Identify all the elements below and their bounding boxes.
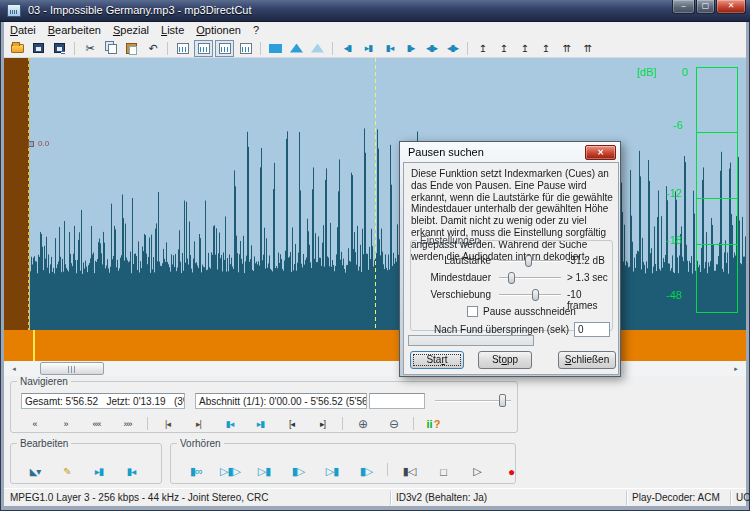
cue-left-button[interactable]: ◂▮ bbox=[338, 40, 357, 57]
main-toolbar: ✂↶◂▮▸▮▮◂▮▸◂▮▸◂▮▸↥↥↥↥⇈⇈ bbox=[4, 39, 746, 58]
skip-to-start-button[interactable]: ▮◁ bbox=[393, 463, 425, 480]
offset-slider-thumb[interactable] bbox=[532, 289, 539, 301]
skip-input[interactable]: 0 bbox=[574, 322, 610, 337]
slider-thumb[interactable] bbox=[499, 394, 506, 407]
question-icon: ? bbox=[434, 418, 441, 430]
wave-view-2-button[interactable] bbox=[194, 40, 213, 57]
duration-slider[interactable] bbox=[499, 277, 561, 279]
stop-button[interactable]: □ bbox=[427, 463, 459, 480]
next-cue-button[interactable]: ▸▮ bbox=[247, 415, 274, 432]
start-button[interactable]: Start bbox=[410, 351, 464, 369]
record-button[interactable]: ● bbox=[495, 463, 527, 480]
play-around-cut-button[interactable]: ▷▮▷ bbox=[214, 463, 246, 480]
overview-position-marker[interactable] bbox=[33, 330, 35, 361]
vu-bars-icon: ii bbox=[427, 418, 433, 430]
menu-?[interactable]: ? bbox=[247, 22, 265, 37]
zoom-out-icon: ⊖ bbox=[389, 417, 398, 431]
wavepage-icon bbox=[198, 43, 210, 54]
play-from-cut-button[interactable]: ▮▷ bbox=[282, 463, 314, 480]
goto-end-button[interactable]: ▸| bbox=[185, 415, 212, 432]
cut-button[interactable]: ✂ bbox=[80, 40, 99, 57]
fast-forward-button[interactable]: »» bbox=[114, 415, 141, 432]
copy-icon bbox=[108, 44, 117, 54]
gain-button[interactable] bbox=[266, 40, 285, 57]
normalize-button[interactable] bbox=[308, 40, 327, 57]
wave-view-3-button[interactable] bbox=[215, 40, 234, 57]
scroll-right-arrow[interactable]: ▸ bbox=[728, 362, 744, 375]
wave-view-1-button[interactable] bbox=[173, 40, 192, 57]
set-selection-button[interactable]: ◣▾ bbox=[20, 463, 50, 480]
menu-datei[interactable]: Datei bbox=[4, 22, 42, 37]
menu-optionen[interactable]: Optionen bbox=[190, 22, 247, 37]
marker-5-button[interactable]: ⇈ bbox=[557, 40, 576, 57]
open-button[interactable] bbox=[8, 40, 27, 57]
step-back-button[interactable]: « bbox=[21, 415, 48, 432]
section-end-button[interactable]: ▸] bbox=[309, 415, 336, 432]
zoom-out-button[interactable]: ⊖ bbox=[380, 415, 407, 432]
play-cursor[interactable] bbox=[375, 58, 376, 330]
step-forward-button[interactable]: » bbox=[52, 415, 79, 432]
save-all-button[interactable] bbox=[50, 40, 69, 57]
marker-2-button[interactable]: ↥ bbox=[494, 40, 513, 57]
marker-6-icon: ⇈ bbox=[584, 43, 591, 54]
paste-button[interactable] bbox=[122, 40, 141, 57]
scroll-left-arrow[interactable]: ◂ bbox=[6, 362, 22, 375]
marker-1-icon: ↥ bbox=[479, 43, 486, 54]
play-to-cut-button[interactable]: ▷▮ bbox=[248, 463, 280, 480]
status-divider bbox=[626, 491, 627, 505]
minimize-button[interactable]: – bbox=[672, 0, 695, 14]
play-to-end-icon: ▷▮ bbox=[326, 465, 339, 478]
separator bbox=[167, 42, 168, 55]
close-button[interactable]: ✕ bbox=[716, 0, 746, 14]
separator bbox=[467, 42, 468, 55]
play-button[interactable]: ▷ bbox=[461, 463, 493, 480]
scrollbar-thumb[interactable] bbox=[40, 362, 104, 375]
cut-in-button[interactable]: ▸▮ bbox=[84, 463, 114, 480]
volume-slider[interactable] bbox=[499, 260, 561, 262]
edit-cue-button[interactable]: ✎ bbox=[52, 463, 82, 480]
skip-to-start-icon: ▮◁ bbox=[403, 465, 416, 478]
marker-6-button[interactable]: ⇈ bbox=[578, 40, 597, 57]
zoom-in-button[interactable]: ⊕ bbox=[349, 415, 376, 432]
offset-slider[interactable] bbox=[499, 294, 561, 296]
stop-search-button[interactable]: Stopp bbox=[478, 351, 532, 369]
close-dialog-button[interactable]: Schließen bbox=[558, 351, 616, 369]
dialog-close-button[interactable]: ✕ bbox=[585, 145, 616, 160]
play-to-end-button[interactable]: ▷▮ bbox=[316, 463, 348, 480]
cue-right-button[interactable]: ▸▮ bbox=[359, 40, 378, 57]
play-from-start-icon: ▮▷ bbox=[360, 465, 373, 478]
undo-button[interactable]: ↶ bbox=[143, 40, 162, 57]
edge-right-button[interactable]: ▮▸ bbox=[401, 40, 420, 57]
marker-4-button[interactable]: ↥ bbox=[536, 40, 555, 57]
volume-slider-thumb[interactable] bbox=[525, 255, 532, 267]
wave-view-4-button[interactable] bbox=[236, 40, 255, 57]
duration-label: Mindestdauer bbox=[411, 272, 491, 283]
span-right-button[interactable]: ◂▮▸ bbox=[443, 40, 462, 57]
maximize-button[interactable]: ▢ bbox=[696, 0, 715, 14]
prev-cue-button[interactable]: ▮◂ bbox=[216, 415, 243, 432]
menu-liste[interactable]: Liste bbox=[155, 22, 190, 37]
span-left-button[interactable]: ◂▮▸ bbox=[422, 40, 441, 57]
cut-pause-checkbox[interactable] bbox=[467, 306, 478, 317]
section-start-button[interactable]: [◂ bbox=[278, 415, 305, 432]
menu-bearbeiten[interactable]: Bearbeiten bbox=[42, 22, 107, 37]
copy-button[interactable] bbox=[101, 40, 120, 57]
fade2-icon bbox=[290, 44, 303, 53]
offset-row: Verschiebung -10 frames bbox=[411, 288, 612, 302]
goto-start-button[interactable]: |◂ bbox=[154, 415, 181, 432]
edge-left-button[interactable]: ▮◂ bbox=[380, 40, 399, 57]
play-loop-button[interactable]: ▮∞ bbox=[180, 463, 212, 480]
play-from-start-button[interactable]: ▮▷ bbox=[350, 463, 382, 480]
file-overview-bar[interactable] bbox=[4, 330, 746, 361]
duration-slider-thumb[interactable] bbox=[508, 272, 515, 284]
cut-out-button[interactable]: ▮◂ bbox=[116, 463, 146, 480]
vu-help-button[interactable]: ii? bbox=[420, 415, 447, 432]
save-button[interactable] bbox=[29, 40, 48, 57]
marker-3-button[interactable]: ↥ bbox=[515, 40, 534, 57]
fade-button[interactable] bbox=[287, 40, 306, 57]
cue-marker[interactable] bbox=[28, 141, 34, 147]
menu-spezial[interactable]: Spezial bbox=[107, 22, 155, 37]
marker-1-button[interactable]: ↥ bbox=[473, 40, 492, 57]
fast-back-button[interactable]: «« bbox=[83, 415, 110, 432]
separator bbox=[332, 42, 333, 55]
